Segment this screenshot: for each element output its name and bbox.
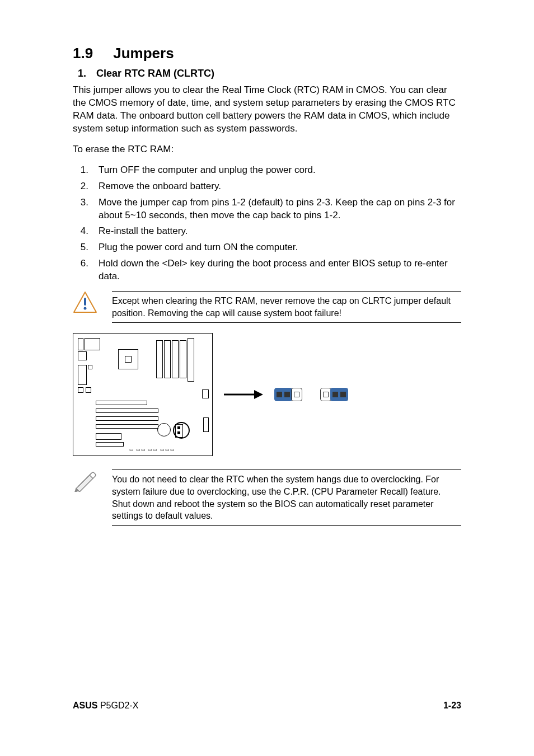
section-title-text: Jumpers — [113, 45, 174, 62]
board-diagram: ▭ ▭▭ ▭▭ ▭▭▭ — [73, 333, 461, 456]
steps-list: 1.Turn OFF the computer and unplug the p… — [73, 164, 461, 284]
jumper-positions — [274, 388, 348, 401]
list-item: 5.Plug the power cord and turn ON the co… — [73, 241, 461, 254]
warning-note: Except when clearing the RTC RAM, never … — [73, 291, 461, 323]
section-heading: 1.9 Jumpers — [73, 45, 461, 62]
item-intro: This jumper allows you to clear the Real… — [73, 84, 461, 135]
svg-rect-1 — [84, 298, 86, 306]
list-item: 3.Move the jumper cap from pins 1-2 (def… — [73, 196, 461, 222]
list-item: 4.Re-install the battery. — [73, 225, 461, 238]
pencil-icon — [73, 469, 97, 492]
erase-label: To erase the RTC RAM: — [73, 143, 461, 156]
footer-left: ASUS P5GD2-X — [73, 701, 138, 711]
page-footer: ASUS P5GD2-X 1-23 — [73, 701, 461, 711]
list-item: 1.Turn OFF the computer and unplug the p… — [73, 164, 461, 177]
svg-point-2 — [84, 307, 87, 310]
arrow-icon — [224, 386, 263, 403]
motherboard-outline: ▭ ▭▭ ▭▭ ▭▭▭ — [73, 333, 213, 456]
footer-page-number: 1-23 — [443, 701, 461, 711]
item-heading: Clear RTC RAM (CLRTC) — [96, 68, 214, 79]
jumper-clear — [320, 388, 348, 401]
pencil-note: You do not need to clear the RTC when th… — [73, 469, 461, 525]
warning-text: Except when clearing the RTC RAM, never … — [112, 291, 461, 323]
list-item: 6.Hold down the <Del> key during the boo… — [73, 257, 461, 283]
jumper-default — [274, 388, 302, 401]
section-number: 1.9 — [73, 45, 93, 62]
warning-icon — [73, 291, 97, 313]
svg-marker-4 — [254, 390, 263, 399]
item-number: 1. — [73, 68, 86, 79]
pencil-text: You do not need to clear the RTC when th… — [112, 469, 461, 525]
list-item: 2.Remove the onboard battery. — [73, 180, 461, 193]
